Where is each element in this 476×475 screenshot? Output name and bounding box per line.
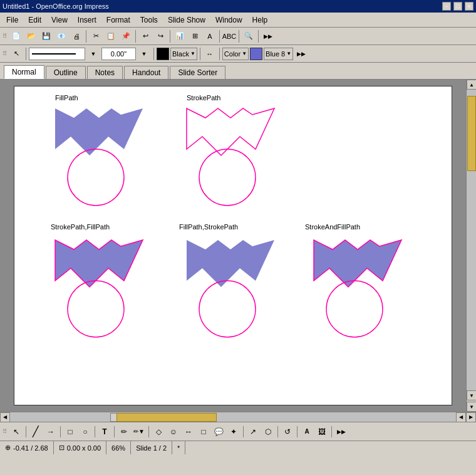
scrollbar-right: ▲ ▼ ▼ — [466, 80, 476, 412]
d-sep3 — [95, 426, 95, 437]
sep2 — [135, 30, 136, 43]
curve-tool[interactable]: ✏ — [117, 425, 131, 439]
line-width-input[interactable]: 0.00" — [101, 48, 136, 60]
fontwork-tool[interactable]: A — [300, 425, 314, 439]
arrow-select-button[interactable]: ↖ — [9, 47, 23, 61]
snap-tool[interactable]: ↗ — [246, 425, 260, 439]
ellipse-tool[interactable]: ○ — [78, 425, 92, 439]
hscroll-track[interactable] — [10, 412, 456, 422]
minimize-button[interactable]: − — [442, 2, 451, 11]
redo-button[interactable]: ↪ — [153, 29, 167, 43]
menu-help[interactable]: Help — [247, 14, 273, 26]
line-width-dropdown[interactable]: ▼ — [137, 47, 151, 61]
line-color-label: Black — [172, 50, 189, 58]
scroll-down-button[interactable]: ▼ — [467, 390, 476, 400]
slide-container: FillPath StrokePath StrokePath,FillPath — [0, 80, 466, 412]
menu-edit[interactable]: Edit — [23, 14, 46, 26]
statusbar: ⊕ -0.41 / 2.68 ⊡ 0.00 x 0.00 66% Slide 1… — [0, 441, 476, 454]
menu-slideshow[interactable]: Slide Show — [163, 14, 210, 26]
scroll-visible-indicator — [467, 96, 476, 171]
stroke-and-fill-circle — [326, 281, 383, 337]
fill-color-dropdown[interactable]: Blue 8 ▼ — [264, 48, 293, 60]
cut-button[interactable]: ✂ — [89, 29, 103, 43]
t2-sep4 — [219, 48, 220, 60]
tab-handout[interactable]: Handout — [124, 66, 168, 79]
hscroll-right-btn1[interactable]: ◀ — [456, 412, 466, 422]
tab-normal[interactable]: Normal — [4, 65, 44, 79]
hscroll-left-btn[interactable]: ◀ — [0, 412, 10, 422]
line-tool[interactable]: ╱ — [29, 425, 43, 439]
copy-button[interactable]: 📋 — [104, 29, 118, 43]
t2-sep1 — [26, 48, 26, 60]
sep1 — [86, 30, 86, 43]
print-button[interactable]: 🖨 — [70, 29, 83, 43]
tab-outline[interactable]: Outline — [46, 66, 86, 79]
close-button[interactable]: × — [465, 2, 473, 11]
new-button[interactable]: 📄 — [9, 29, 23, 43]
stroke-and-fill-shape — [314, 240, 401, 287]
table-button[interactable]: ⊞ — [188, 29, 202, 43]
hscroll-right-btn2[interactable]: ▶ — [466, 412, 476, 422]
freeform-tool[interactable]: ✏▼ — [132, 425, 146, 439]
stroke-fill-circle — [68, 281, 124, 337]
callout-tool[interactable]: 💬 — [212, 425, 225, 439]
d-sep8 — [297, 426, 298, 437]
menu-file[interactable]: File — [1, 14, 23, 26]
block-arrows-tool[interactable]: ↔ — [182, 425, 195, 439]
menu-view[interactable]: View — [46, 14, 73, 26]
menu-tools[interactable]: Tools — [135, 14, 163, 26]
line-color-dropdown[interactable]: Black ▼ — [170, 48, 197, 60]
save-button[interactable]: 💾 — [39, 29, 53, 43]
d-sep4 — [114, 426, 115, 437]
more-button[interactable]: ▶▶ — [261, 29, 275, 43]
sep4 — [219, 30, 220, 43]
line-color-arrow: ▼ — [190, 51, 195, 56]
tab-notes[interactable]: Notes — [87, 66, 123, 79]
maximize-button[interactable]: □ — [453, 2, 462, 11]
text-tool[interactable]: T — [98, 425, 111, 439]
tabs-bar: Normal Outline Notes Handout Slide Sorte… — [0, 63, 476, 80]
email-button[interactable]: 📧 — [54, 29, 68, 43]
basic-shapes-tool[interactable]: ◇ — [152, 425, 165, 439]
undo-button[interactable]: ↩ — [138, 29, 152, 43]
size-section: ⊡ 0.00 x 0.00 — [54, 441, 106, 454]
slide-section: Slide 1 / 2 — [131, 441, 172, 454]
more-draw-button[interactable]: ▶▶ — [334, 425, 348, 439]
stroke-and-fill-label: StrokeAndFillPath — [305, 223, 360, 231]
insert-image-tool[interactable]: 🖼 — [315, 425, 329, 439]
zoom-button[interactable]: 🔍 — [242, 29, 256, 43]
symbol-shapes-tool[interactable]: ☺ — [167, 425, 180, 439]
coords-section: ⊕ -0.41 / 2.68 — [0, 441, 54, 454]
color-type-dropdown[interactable]: Color ▼ — [222, 48, 249, 60]
scroll-page-down-button[interactable]: ▼ — [467, 402, 476, 412]
menu-format[interactable]: Format — [101, 14, 135, 26]
select-tool[interactable]: ↖ — [9, 425, 23, 439]
fontwork-button[interactable]: A — [203, 29, 217, 43]
rect-tool[interactable]: □ — [63, 425, 77, 439]
flowchart-tool[interactable]: □ — [197, 425, 210, 439]
more-button2[interactable]: ▶▶ — [294, 47, 308, 61]
arrow-style-button[interactable]: ↔ — [203, 47, 217, 61]
scroll-up-button[interactable]: ▲ — [467, 80, 476, 90]
sep5 — [239, 30, 239, 43]
chart-button[interactable]: 📊 — [173, 29, 187, 43]
line-dropdown-arrow[interactable]: ▼ — [86, 47, 100, 61]
hscrollbar: ◀ ◀ ▶ — [0, 412, 476, 422]
stars-tool[interactable]: ✦ — [227, 425, 241, 439]
fill-stroke-circle — [199, 281, 256, 337]
scroll-track[interactable] — [467, 90, 476, 390]
tab-slide-sorter[interactable]: Slide Sorter — [170, 66, 225, 79]
menu-insert[interactable]: Insert — [73, 14, 101, 26]
paste-button[interactable]: 📌 — [119, 29, 133, 43]
extra-section: * — [172, 441, 185, 454]
slide-canvas[interactable]: FillPath StrokePath StrokePath,FillPath — [14, 86, 452, 405]
spellcheck-button[interactable]: ABC — [222, 29, 236, 43]
line-style-selector[interactable] — [29, 48, 85, 60]
menu-window[interactable]: Window — [210, 14, 247, 26]
rotate-tool[interactable]: ↺ — [281, 425, 294, 439]
titlebar: Untitled1 - OpenOffice.org Impress − □ × — [0, 0, 476, 13]
arrow-tool[interactable]: → — [44, 425, 58, 439]
toolbar1-grip: ⠿ — [3, 33, 7, 39]
effects-tool[interactable]: ⬡ — [261, 425, 275, 439]
open-button[interactable]: 📂 — [24, 29, 38, 43]
